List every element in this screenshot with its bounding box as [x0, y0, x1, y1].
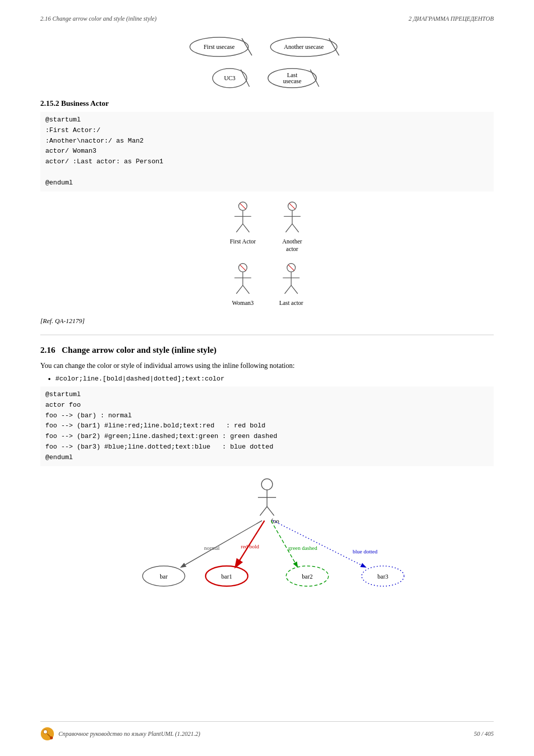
actor-last: Last actor	[279, 262, 303, 307]
section-216-code: @startuml actor foo foo --> (bar) : norm…	[40, 387, 494, 466]
actor-woman3-label: Woman3	[232, 299, 253, 307]
svg-text:usecase: usecase	[283, 78, 302, 85]
actor-last-label: Last actor	[279, 299, 303, 307]
bullet-list: #color;line.[bold|dashed|dotted];text:co…	[55, 375, 494, 383]
svg-text:green dashed: green dashed	[288, 545, 317, 551]
svg-line-30	[243, 285, 249, 294]
section-216-heading: 2.16 Change arrow color and style (inlin…	[40, 345, 494, 355]
svg-line-41	[267, 507, 274, 516]
usecase-first: First usecase	[189, 36, 254, 58]
actor-diagram-row2: Woman3 Last actor	[40, 262, 494, 307]
svg-line-20	[289, 203, 295, 209]
usecase-another-svg: Another usecase	[270, 36, 345, 58]
actor-diagram-row1: First Actor Anotheractor	[40, 201, 494, 253]
actor-another-label: Anotheractor	[282, 238, 302, 253]
svg-text:normal: normal	[204, 545, 220, 551]
svg-line-54	[273, 521, 365, 567]
svg-text:bar2: bar2	[302, 573, 312, 580]
usecase-first-svg: First usecase	[189, 36, 254, 58]
svg-line-14	[240, 203, 245, 209]
svg-text:UC3: UC3	[224, 75, 236, 82]
page-header: 2.16 Change arrow color and style (inlin…	[40, 15, 494, 26]
svg-line-40	[260, 507, 267, 516]
svg-text:red bold: red bold	[241, 543, 259, 549]
footer-page: 50 / 405	[474, 730, 494, 738]
svg-text:Another usecase: Another usecase	[284, 43, 324, 50]
actor-woman3-svg	[231, 262, 255, 298]
actor-first: First Actor	[230, 201, 256, 253]
usecase-uc3-svg: UC3	[212, 67, 252, 89]
svg-line-24	[292, 224, 299, 232]
svg-line-26	[240, 265, 245, 270]
plantuml-logo-icon	[40, 727, 54, 741]
footer-logo-area: Справочное руководство по языку PlantUML…	[40, 727, 201, 741]
usecase-another: Another usecase	[270, 36, 345, 58]
svg-text:bar3: bar3	[377, 573, 388, 580]
section-2152-code: @startuml :First Actor:/ :Another\nactor…	[40, 112, 494, 192]
arrow-diagram-svg: foo bar bar1 bar2 bar3 normal	[111, 475, 423, 606]
footer-text: Справочное руководство по языку PlantUML…	[58, 730, 201, 738]
svg-point-60	[43, 730, 47, 734]
svg-point-62	[50, 736, 53, 739]
svg-line-36	[291, 285, 298, 294]
usecase-last-svg: Last usecase	[267, 67, 322, 89]
page-footer: Справочное руководство по языку PlantUML…	[40, 721, 494, 741]
arrow-diagram: foo bar bar1 bar2 bar3 normal	[40, 475, 494, 606]
section-2152-heading: 2.15.2 Business Actor	[40, 99, 494, 108]
usecase-diagram-top: First usecase Another usecase UC3	[40, 36, 494, 89]
svg-line-35	[285, 285, 291, 294]
header-right: 2 ДИАГРАММА ПРЕЦЕДЕНТОВ	[409, 15, 494, 23]
svg-line-29	[236, 285, 243, 294]
bullet-item: #color;line.[bold|dashed|dotted];text:co…	[55, 375, 494, 383]
actor-woman3: Woman3	[231, 262, 255, 307]
ref-text: [Ref. QA-12179]	[40, 316, 494, 326]
svg-line-17	[236, 224, 243, 232]
svg-text:First usecase: First usecase	[204, 43, 235, 50]
usecase-last: Last usecase	[267, 67, 322, 89]
actor-first-label: First Actor	[230, 238, 256, 245]
header-left: 2.16 Change arrow color and style (inlin…	[40, 15, 157, 23]
svg-text:foo: foo	[271, 518, 279, 525]
svg-line-18	[243, 224, 249, 232]
usecase-row-2: UC3 Last usecase	[212, 67, 322, 89]
page: 2.16 Change arrow color and style (inlin…	[0, 0, 534, 756]
usecase-row-1: First usecase Another usecase	[189, 36, 345, 58]
svg-text:bar: bar	[160, 573, 167, 580]
section-divider	[40, 335, 494, 335]
svg-text:bar1: bar1	[221, 573, 232, 580]
actor-another: Anotheractor	[280, 201, 304, 253]
actor-another-svg	[280, 201, 304, 237]
svg-line-53	[271, 521, 297, 566]
usecase-uc3: UC3	[212, 67, 252, 89]
actor-first-svg	[231, 201, 255, 237]
svg-point-37	[261, 479, 273, 490]
svg-line-32	[288, 265, 294, 270]
actor-last-svg	[279, 262, 303, 298]
svg-line-23	[286, 224, 292, 232]
svg-text:blue dotted: blue dotted	[353, 548, 378, 554]
section-216-description: You can change the color or style of ind…	[40, 360, 494, 371]
